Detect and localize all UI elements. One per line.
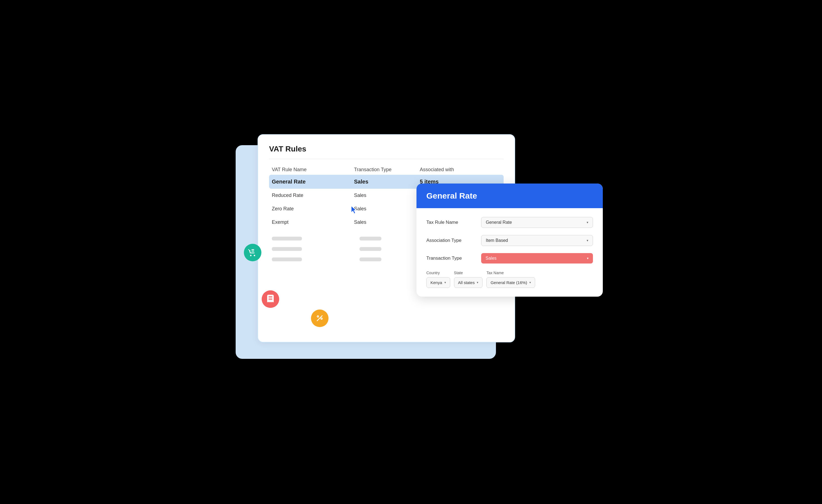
cell-name: Exempt bbox=[272, 219, 354, 225]
association-type-row: Association Type Item Based ▾ bbox=[426, 235, 593, 246]
tax-name-select[interactable]: General Rate (16%) ▾ bbox=[486, 277, 535, 288]
skeleton-bar bbox=[360, 247, 381, 251]
header-associated: Associated with bbox=[420, 167, 480, 172]
receipt-icon-button[interactable] bbox=[262, 290, 279, 308]
divider bbox=[269, 159, 504, 159]
table-headers: VAT Rule Name Transaction Type Associate… bbox=[269, 167, 504, 172]
country-row: Country Kenya ▾ State All states ▾ Tax N… bbox=[426, 271, 593, 288]
header-name: VAT Rule Name bbox=[272, 167, 354, 172]
state-select[interactable]: All states ▾ bbox=[454, 277, 483, 288]
cell-name: Zero Rate bbox=[272, 206, 354, 212]
cart-icon-button[interactable] bbox=[244, 244, 262, 261]
tax-rule-name-value: General Rate bbox=[486, 220, 512, 225]
chevron-down-icon: ▾ bbox=[529, 281, 531, 284]
cart-icon bbox=[248, 248, 257, 257]
tax-rule-name-select[interactable]: General Rate ▾ bbox=[481, 217, 593, 228]
header-transaction: Transaction Type bbox=[354, 167, 420, 172]
detail-title: General Rate bbox=[426, 191, 593, 200]
skeleton-bar bbox=[272, 247, 302, 251]
detail-panel: General Rate Tax Rule Name General Rate … bbox=[416, 183, 603, 297]
skeleton-bar bbox=[272, 237, 302, 240]
skeleton-bar bbox=[360, 237, 381, 240]
scene: VAT Rules VAT Rule Name Transaction Type… bbox=[219, 129, 603, 375]
detail-header: General Rate bbox=[416, 183, 603, 208]
chevron-down-icon: ▾ bbox=[444, 281, 446, 284]
country-select[interactable]: Kenya ▾ bbox=[426, 277, 450, 288]
association-type-value: Item Based bbox=[486, 238, 508, 243]
cell-transaction: Sales bbox=[354, 178, 420, 185]
transaction-type-value: Sales bbox=[485, 256, 496, 261]
percent-icon bbox=[315, 314, 324, 323]
state-label: State bbox=[454, 271, 483, 275]
state-group: State All states ▾ bbox=[454, 271, 483, 288]
tax-name-group: Tax Name General Rate (16%) ▾ bbox=[486, 271, 535, 288]
skeleton-bar bbox=[272, 258, 302, 261]
tax-rule-name-row: Tax Rule Name General Rate ▾ bbox=[426, 217, 593, 228]
tax-name-label: Tax Name bbox=[486, 271, 535, 275]
chevron-down-icon: ▾ bbox=[586, 220, 588, 224]
country-value: Kenya bbox=[430, 280, 442, 285]
transaction-type-select[interactable]: Sales ▾ bbox=[481, 253, 593, 264]
cell-transaction: Sales bbox=[354, 206, 420, 212]
cell-transaction: Sales bbox=[354, 192, 420, 198]
chevron-down-icon: ▾ bbox=[587, 257, 588, 260]
percent-icon-button[interactable] bbox=[311, 310, 329, 327]
country-label: Country bbox=[426, 271, 450, 275]
association-type-label: Association Type bbox=[426, 238, 481, 243]
svg-marker-0 bbox=[351, 206, 356, 214]
chevron-down-icon: ▾ bbox=[477, 281, 478, 284]
cell-name: Reduced Rate bbox=[272, 192, 354, 198]
state-value: All states bbox=[458, 280, 475, 285]
receipt-icon bbox=[266, 295, 275, 304]
cursor-icon bbox=[350, 205, 359, 214]
cell-transaction: Sales bbox=[354, 219, 420, 225]
tax-rule-name-label: Tax Rule Name bbox=[426, 220, 481, 225]
cell-name: General Rate bbox=[272, 178, 354, 185]
page-title: VAT Rules bbox=[269, 145, 504, 153]
country-group: Country Kenya ▾ bbox=[426, 271, 450, 288]
tax-name-value: General Rate (16%) bbox=[490, 280, 527, 285]
association-type-select[interactable]: Item Based ▾ bbox=[481, 235, 593, 246]
skeleton-bar bbox=[360, 258, 381, 261]
detail-body: Tax Rule Name General Rate ▾ Association… bbox=[416, 208, 603, 297]
chevron-down-icon: ▾ bbox=[586, 238, 588, 242]
transaction-type-label: Transaction Type bbox=[426, 256, 481, 261]
transaction-type-row: Transaction Type Sales ▾ bbox=[426, 253, 593, 264]
